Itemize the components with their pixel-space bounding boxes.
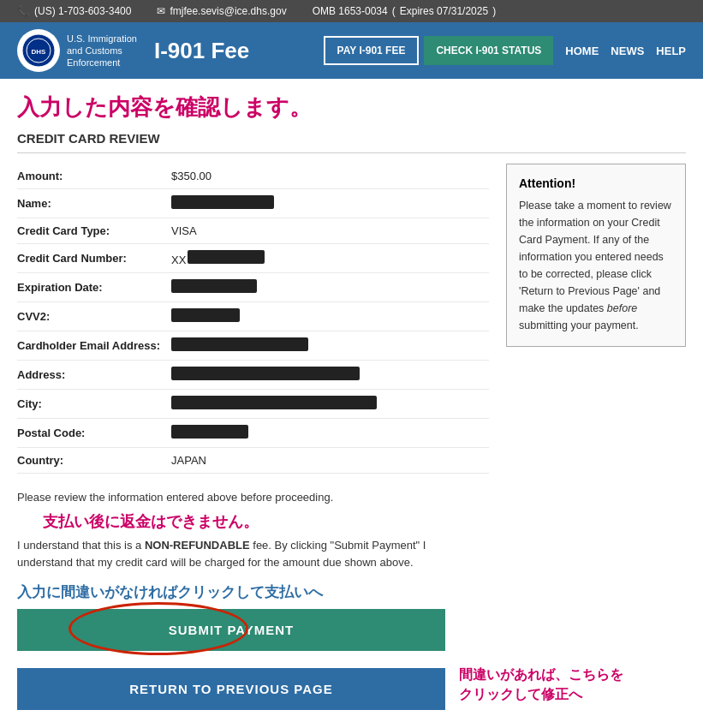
redacted-cvv2 xyxy=(171,308,240,322)
omb-item: OMB 1653-0034 ( Expires 07/31/2025 ) xyxy=(313,5,496,17)
attention-box: Attention! Please take a moment to revie… xyxy=(506,164,686,347)
field-row-amount: Amount: $350.00 xyxy=(17,164,489,189)
header: DHS U.S. Immigration and Customs Enforce… xyxy=(0,22,703,79)
field-row-address: Address: xyxy=(17,361,489,390)
value-email xyxy=(171,337,308,354)
redacted-name xyxy=(171,195,274,209)
email-address: fmjfee.sevis@ice.dhs.gov xyxy=(170,5,286,17)
nonrefund-text: I understand that this is a NON-REFUNDAB… xyxy=(17,537,445,573)
label-card-number: Credit Card Number: xyxy=(17,252,171,265)
attention-text: Please take a moment to review the infor… xyxy=(519,197,673,334)
email-icon: ✉ xyxy=(157,5,165,17)
label-postal: Postal Code: xyxy=(17,427,171,439)
omb-number: OMB 1653-0034 xyxy=(313,5,388,17)
value-address xyxy=(171,367,360,383)
return-annotation: 間違いがあれば、こちらを クリックして修正へ xyxy=(459,665,623,704)
nonrefund-heading-ja: 支払い後に返金はできません。 xyxy=(43,511,686,532)
value-cvv2 xyxy=(171,308,240,325)
attention-text-end: submitting your payment. xyxy=(519,319,639,331)
field-row-card-type: Credit Card Type: VISA xyxy=(17,218,489,244)
header-nav: PAY I-901 FEE CHECK I-901 STATUS HOME NE… xyxy=(324,36,686,65)
content-layout: Amount: $350.00 Name: Credit Card Type: … xyxy=(17,164,686,474)
field-row-card-number: Credit Card Number: XX xyxy=(17,244,489,273)
redacted-address xyxy=(171,367,360,380)
redacted-email xyxy=(171,337,308,351)
redacted-postal xyxy=(171,425,248,439)
label-expiration: Expiration Date: xyxy=(17,281,171,294)
nonrefund-text1: I understand that this is a xyxy=(17,539,145,552)
email-item: ✉ fmjfee.sevis@ice.dhs.gov xyxy=(157,5,286,17)
value-card-type: VISA xyxy=(171,224,197,237)
value-city xyxy=(171,396,377,412)
value-country: JAPAN xyxy=(171,454,206,467)
return-button[interactable]: RETURN TO PREVIOUS PAGE xyxy=(17,668,445,710)
main-content: 入力した内容を確認します。 CREDIT CARD REVIEW Amount:… xyxy=(0,79,703,724)
label-country: Country: xyxy=(17,454,171,467)
return-annotation-line2: クリックして修正へ xyxy=(459,685,623,704)
redacted-city xyxy=(171,396,377,409)
label-email: Cardholder Email Address: xyxy=(17,339,171,352)
section-title: CREDIT CARD REVIEW xyxy=(17,131,686,153)
label-amount: Amount: xyxy=(17,170,171,182)
page-heading-ja: 入力した内容を確認します。 xyxy=(17,92,686,122)
return-annotation-line1: 間違いがあれば、こちらを xyxy=(459,665,623,684)
svg-text:DHS: DHS xyxy=(32,48,47,56)
submit-payment-button[interactable]: SUBMIT PAYMENT xyxy=(17,609,445,651)
redacted-expiration xyxy=(171,279,257,293)
nav-home[interactable]: HOME xyxy=(565,45,599,57)
value-card-number: XX xyxy=(171,250,265,266)
value-expiration xyxy=(171,279,257,295)
nonrefund-text-bold: NON-REFUNDABLE xyxy=(145,539,250,552)
right-column: Attention! Please take a moment to revie… xyxy=(506,164,686,474)
nav-news[interactable]: NEWS xyxy=(611,45,644,57)
review-note: Please review the information entered ab… xyxy=(17,489,445,506)
logo-icon: DHS xyxy=(21,33,56,68)
redacted-card-number xyxy=(188,250,265,264)
field-row-expiration: Expiration Date: xyxy=(17,273,489,302)
submit-wrapper: SUBMIT PAYMENT xyxy=(17,609,445,651)
nav-help[interactable]: HELP xyxy=(656,45,686,57)
fee-title: I-901 Fee xyxy=(154,38,249,64)
logo-area: DHS U.S. Immigration and Customs Enforce… xyxy=(17,29,137,72)
attention-title: Attention! xyxy=(519,176,673,190)
value-amount: $350.00 xyxy=(171,170,211,182)
phone-number: (US) 1-703-603-3400 xyxy=(34,5,131,17)
click-instruction-ja: 入力に間違いがなければクリックして支払いへ xyxy=(17,582,686,602)
label-city: City: xyxy=(17,397,171,410)
attention-text-part1: Please take a moment to review the infor… xyxy=(519,200,671,314)
omb-expires: ( xyxy=(392,5,396,17)
value-name xyxy=(171,195,274,212)
field-row-postal: Postal Code: xyxy=(17,419,489,448)
field-row-country: Country: JAPAN xyxy=(17,448,489,474)
attention-text-italic: before xyxy=(607,302,637,314)
left-column: Amount: $350.00 Name: Credit Card Type: … xyxy=(17,164,489,474)
field-row-cvv2: CVV2: xyxy=(17,302,489,331)
org-text: U.S. Immigration and Customs Enforcement xyxy=(67,33,137,69)
top-bar: 📞 (US) 1-703-603-3400 ✉ fmjfee.sevis@ice… xyxy=(0,0,703,22)
pay-fee-button[interactable]: PAY I-901 FEE xyxy=(324,36,420,65)
logo-circle: DHS xyxy=(17,29,60,72)
value-postal xyxy=(171,425,248,441)
omb-expires-text: Expires 07/31/2025 xyxy=(400,5,488,17)
field-row-city: City: xyxy=(17,390,489,419)
check-status-button[interactable]: CHECK I-901 STATUS xyxy=(424,36,553,65)
bottom-row: RETURN TO PREVIOUS PAGE 間違いがあれば、こちらを クリッ… xyxy=(17,659,686,710)
label-name: Name: xyxy=(17,197,171,210)
label-card-type: Credit Card Type: xyxy=(17,224,171,237)
label-address: Address: xyxy=(17,368,171,381)
label-cvv2: CVV2: xyxy=(17,310,171,323)
field-row-email: Cardholder Email Address: xyxy=(17,331,489,361)
phone-item: 📞 (US) 1-703-603-3400 xyxy=(17,5,131,17)
phone-icon: 📞 xyxy=(17,5,30,17)
field-row-name: Name: xyxy=(17,189,489,218)
